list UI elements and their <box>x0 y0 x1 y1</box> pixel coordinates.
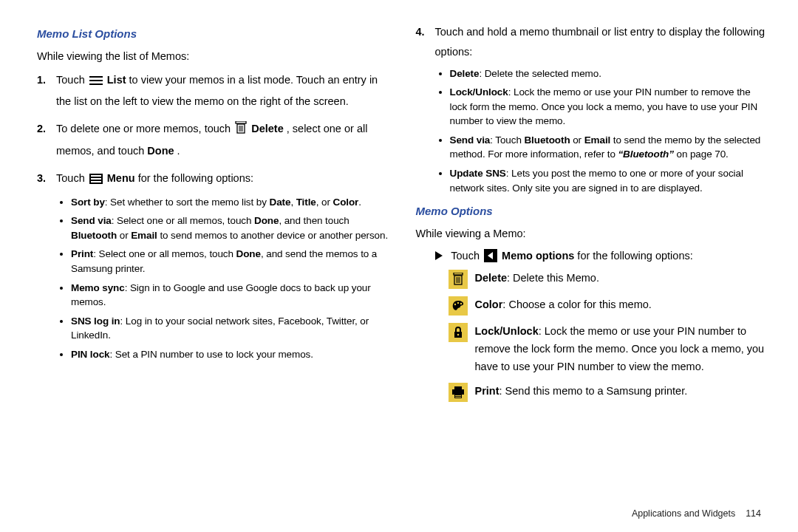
svg-rect-22 <box>454 386 462 389</box>
lock-yellow-icon <box>449 323 468 342</box>
right-column: 4. Touch and hold a memo thumbnail or li… <box>416 22 769 495</box>
svg-rect-9 <box>91 175 101 177</box>
back-arrow-icon <box>484 249 497 262</box>
step-2: 2. To delete one or more memos, touch De… <box>56 119 390 161</box>
svg-point-17 <box>454 304 455 305</box>
left-column: Memo List Options While viewing the list… <box>37 22 390 495</box>
heading-memo-options: Memo Options <box>416 202 769 221</box>
intro-left: While viewing the list of Memos: <box>37 48 390 66</box>
svg-rect-0 <box>89 76 103 78</box>
svg-rect-10 <box>91 178 101 180</box>
svg-point-21 <box>457 333 459 335</box>
svg-rect-1 <box>89 80 103 81</box>
r-lock-item: Lock/Unlock: Lock the memo or use your P… <box>450 85 769 129</box>
svg-rect-3 <box>236 121 246 123</box>
trash-icon <box>235 121 247 141</box>
menu-icon <box>89 171 103 191</box>
pinlock-item: PIN lock: Set a PIN number to use to loc… <box>71 347 390 362</box>
memo-options-block: Touch Memo options for the following opt… <box>416 248 769 403</box>
opt-lock: Lock/Unlock: Lock the memo or use your P… <box>475 323 769 376</box>
svg-rect-25 <box>455 395 461 396</box>
list-icon <box>89 72 103 92</box>
print-yellow-icon <box>449 383 468 402</box>
print-item: Print: Select one or all memos, touch Do… <box>71 247 390 276</box>
page-footer: Applications and Widgets 114 <box>632 508 761 519</box>
step-1: 1. Touch List to view your memos in a li… <box>56 70 390 112</box>
heading-memo-list-options: Memo List Options <box>37 25 390 44</box>
r-updatesns-item: Update SNS: Lets you post the memo to on… <box>450 166 769 195</box>
svg-rect-2 <box>89 83 103 85</box>
svg-rect-11 <box>91 181 101 183</box>
delete-yellow-icon <box>449 270 468 289</box>
svg-point-19 <box>460 303 461 304</box>
memosync-item: Memo sync: Sign in to Google and use Goo… <box>71 281 390 310</box>
sendvia-item: Send via: Select one or all memos, touch… <box>71 214 390 242</box>
snslogin-item: SNS log in: Log in to your social networ… <box>71 314 390 343</box>
opt-print: Print: Send this memo to a Samsung print… <box>475 383 688 402</box>
step-4: 4. Touch and hold a memo thumbnail or li… <box>435 22 769 195</box>
r-delete-item: Delete: Delete the selected memo. <box>450 66 769 81</box>
svg-rect-24 <box>454 395 462 398</box>
intro-right: While viewing a Memo: <box>416 225 769 243</box>
opt-color: Color: Choose a color for this memo. <box>475 296 652 316</box>
svg-point-18 <box>457 302 458 304</box>
svg-rect-26 <box>455 397 461 398</box>
step-3: 3. Touch Menu for the following options:… <box>56 168 390 361</box>
r-sendvia-item: Send via: Touch Bluetooth or Email to se… <box>450 133 769 162</box>
play-triangle-icon <box>435 251 443 260</box>
opt-delete: Delete: Delete this Memo. <box>475 270 599 289</box>
svg-rect-23 <box>452 389 464 395</box>
sortby-item: Sort by: Set whether to sort the memo li… <box>71 195 390 210</box>
palette-yellow-icon <box>449 296 468 316</box>
svg-rect-12 <box>454 273 463 275</box>
